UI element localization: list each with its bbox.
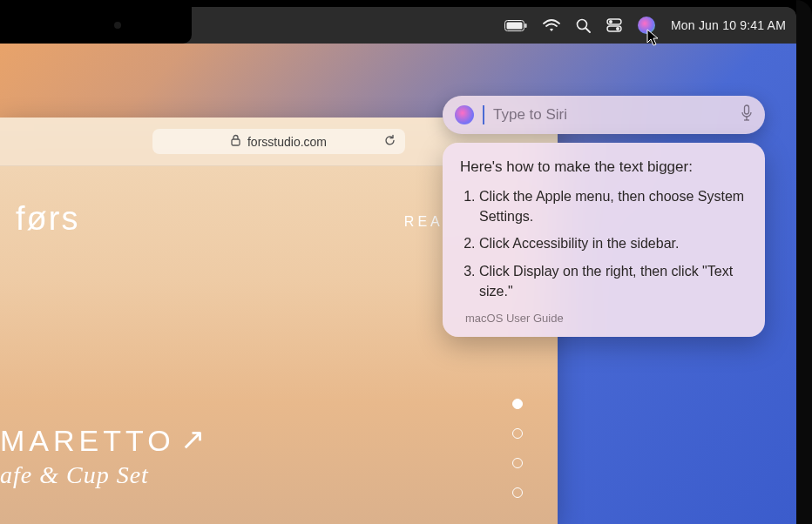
siri-source-label: macOS User Guide — [465, 312, 564, 325]
safari-address-bar[interactable]: forsstudio.com — [152, 129, 405, 154]
svg-point-3 — [577, 19, 586, 29]
siri-steps-list: Click the Apple menu, then choose System… — [460, 186, 748, 301]
notch — [0, 7, 192, 44]
menubar-datetime[interactable]: Mon Jun 10 9:41 AM — [671, 18, 786, 32]
siri-icon — [455, 105, 474, 124]
svg-point-8 — [616, 27, 619, 30]
pager-dot-1[interactable] — [512, 399, 523, 409]
pager-dot-2[interactable] — [512, 428, 523, 439]
device-bezel — [796, 0, 812, 524]
hero: MARETTO ↗ afe & Cup Set — [0, 423, 209, 489]
microphone-icon[interactable] — [741, 104, 753, 125]
screen: Mon Jun 10 9:41 AM forsstudio.com — [0, 7, 796, 524]
reload-icon[interactable] — [383, 134, 396, 150]
wifi-icon[interactable] — [543, 19, 560, 32]
battery-icon[interactable] — [504, 20, 527, 31]
camera-icon — [114, 22, 121, 29]
desktop: forsstudio.com førs REACH ↗ B — [0, 44, 796, 524]
siri-step-3: Click Display on the right, then click "… — [479, 261, 748, 301]
address-url: forsstudio.com — [247, 135, 327, 149]
svg-point-6 — [609, 20, 612, 24]
hero-title: MARETTO ↗ — [0, 423, 209, 458]
svg-rect-9 — [232, 139, 240, 145]
arrow-ne-icon: ↗ — [180, 421, 209, 456]
siri-step-2: Click Accessibility in the sidebar. — [479, 233, 748, 253]
pager-dot-4[interactable] — [512, 487, 523, 498]
spotlight-icon[interactable] — [576, 18, 591, 33]
svg-rect-2 — [524, 24, 526, 28]
siri-input-placeholder: Type to Siri — [493, 106, 732, 124]
siri-input-bar[interactable]: Type to Siri — [443, 96, 765, 134]
pager-dot-3[interactable] — [512, 458, 523, 468]
hero-subtitle: afe & Cup Set — [0, 461, 209, 489]
siri-menubar-icon[interactable] — [638, 17, 655, 34]
siri-source-footer[interactable]: macOS User Guide — [460, 312, 748, 325]
lock-icon — [231, 134, 240, 149]
svg-line-4 — [585, 28, 590, 32]
svg-rect-10 — [745, 105, 749, 114]
text-cursor — [483, 105, 484, 124]
siri-response-card: Here's how to make the text bigger: Clic… — [443, 143, 765, 337]
control-center-icon[interactable] — [606, 18, 622, 32]
svg-rect-1 — [506, 22, 522, 29]
siri-step-1: Click the Apple menu, then choose System… — [479, 186, 748, 226]
siri-response-title: Here's how to make the text bigger: — [460, 158, 748, 176]
carousel-pager — [512, 399, 523, 498]
